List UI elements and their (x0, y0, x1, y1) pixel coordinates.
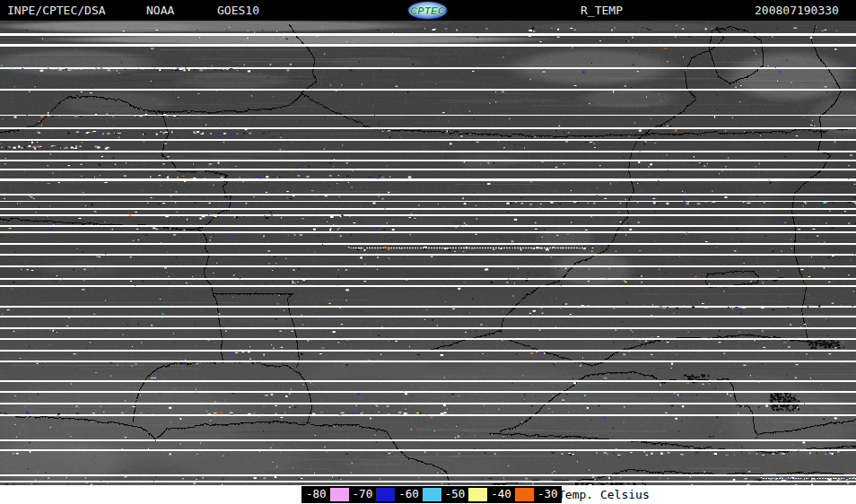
legend-title: Temp. Celsius (558, 485, 650, 504)
satellite-org-label: NOAA (146, 0, 174, 21)
legend-label: -60 (398, 489, 419, 500)
cptec-logo-text: CPTEC (410, 5, 445, 16)
legend-swatch (376, 488, 395, 501)
legend-label: -30 (537, 489, 558, 500)
timestamp-label: 200807190330 (755, 0, 839, 21)
legend-swatch (515, 488, 534, 501)
legend-swatch (468, 488, 487, 501)
temperature-legend: -80-70-60-50-40-30 (301, 486, 562, 503)
header-bar: INPE/CPTEC/DSA NOAA GOES10 CPTEC R_TEMP … (0, 0, 856, 21)
product-name-label: R_TEMP (581, 0, 623, 21)
legend-label: -80 (306, 489, 327, 500)
satellite-name-label: GOES10 (217, 0, 259, 21)
legend-swatch (423, 488, 441, 501)
legend-label: -50 (445, 489, 466, 500)
legend-label: -40 (491, 489, 511, 500)
legend-swatch (330, 488, 349, 501)
legend-label: -70 (353, 489, 373, 500)
satellite-product-viewer: INPE/CPTEC/DSA NOAA GOES10 CPTEC R_TEMP … (0, 0, 856, 504)
cptec-logo: CPTEC (407, 1, 448, 20)
legend-bar: -80-70-60-50-40-30 Temp. Celsius (0, 485, 856, 504)
agency-label: INPE/CPTEC/DSA (7, 0, 106, 21)
satellite-image (0, 0, 856, 504)
